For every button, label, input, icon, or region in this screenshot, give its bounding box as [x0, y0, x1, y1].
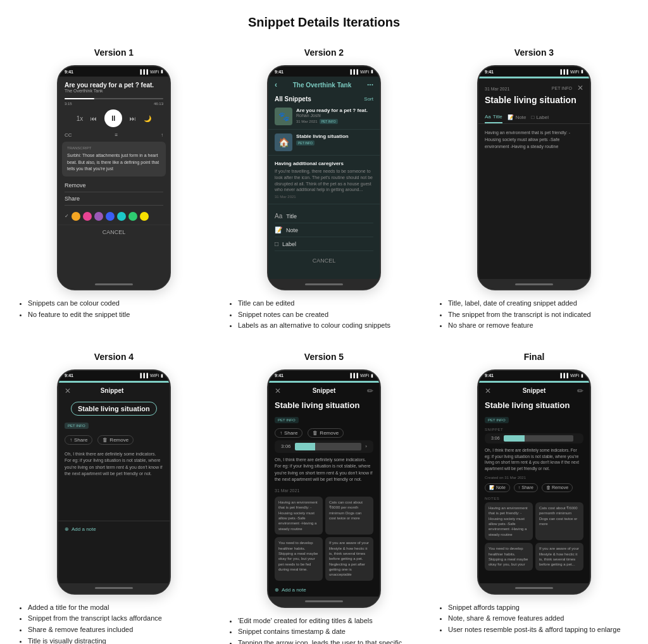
v1-transcript-box: TRANSCRIPT Surbhi: Those attachments jus…: [62, 142, 166, 176]
v2-bullet-3: Labels as an alternative to colour codin…: [238, 320, 420, 331]
v1-color-pink[interactable]: [83, 212, 92, 221]
v3-label-tab-label: Label: [536, 115, 549, 120]
page-title: Snippet Details Iterations: [15, 15, 633, 30]
v5-snippet-title: Stable living situation: [268, 399, 380, 412]
v1-color-orange[interactable]: [72, 212, 80, 221]
v4-header: ✕ Snippet: [58, 383, 170, 399]
v4-add-note-label: Add a note: [72, 526, 96, 532]
version-5-label: Version 5: [304, 352, 344, 362]
v5-audio-waveform: [295, 443, 362, 450]
v3-tab-title[interactable]: Aa Title: [485, 111, 502, 123]
v1-share-item[interactable]: Share: [65, 192, 163, 206]
vf-home-indicator: [478, 583, 590, 593]
v2-sort-button[interactable]: Sort: [364, 96, 373, 102]
v1-remove-item[interactable]: Remove: [65, 179, 163, 192]
v4-add-note-icon: ⊕: [65, 526, 69, 532]
v1-actions: Remove Share: [58, 176, 170, 208]
v5-date: 31 Mar 2021: [268, 487, 380, 494]
v1-moon-icon[interactable]: 🌙: [144, 115, 151, 122]
v5-add-note-button[interactable]: ⊕ Add a note: [268, 583, 380, 597]
v2-long-title: Having additional caregivers: [275, 161, 373, 166]
v3-header: 31 Mar 2021 PET INFO ✕ Stable living sit…: [478, 78, 590, 111]
vf-note-card-2[interactable]: Cats cost about ₹6000 permonth minimum D…: [535, 502, 583, 540]
vf-remove-button[interactable]: 🗑 Remove: [542, 483, 573, 492]
v2-option-note[interactable]: 📝 Note: [275, 223, 373, 237]
v1-color-teal[interactable]: [117, 212, 126, 221]
v1-forward-icon[interactable]: ⏭: [130, 115, 136, 122]
vf-header-title: Snippet: [523, 387, 546, 394]
v1-color-purple[interactable]: [94, 212, 103, 221]
v1-cancel-button[interactable]: CANCEL: [58, 225, 170, 239]
vf-edit-icon[interactable]: ✏: [577, 387, 583, 395]
vf-snippet-title[interactable]: Stable living situation: [478, 399, 590, 412]
v2-long-item[interactable]: Having additional caregivers If you're t…: [268, 156, 380, 204]
v5-note-card-2[interactable]: Cats can cost about ₹6000 per month mini…: [325, 497, 373, 535]
v2-more-icon[interactable]: ···: [367, 80, 373, 89]
v2-screen: ‹ The Overthink Tank ··· All Snippets So…: [268, 77, 380, 279]
v5-remove-button[interactable]: 🗑 Remove: [308, 428, 344, 438]
v5-note-card-3[interactable]: You need to develop healthier habits. Sk…: [275, 537, 323, 581]
v5-note-card-1[interactable]: Having an environment that is pet friend…: [275, 497, 323, 535]
vf-remove-icon: 🗑: [546, 485, 551, 490]
v5-bullets: 'Edit mode' created for editing titles &…: [225, 616, 423, 644]
v1-podcast-title: Are you ready for a pet ? feat.: [65, 82, 163, 89]
v2-snippet-item-2[interactable]: 🏠 Stable living situation PET INFO: [268, 130, 380, 156]
v3-title-icon: Aa: [485, 114, 491, 120]
v3-home-bar: [515, 283, 553, 285]
v2-nav: ‹ The Overthink Tank ···: [268, 77, 380, 93]
v1-queue-icon[interactable]: ≡: [115, 132, 118, 138]
v1-color-green[interactable]: [128, 212, 137, 221]
vf-transcript-text[interactable]: Oh, I think there are definitely some in…: [478, 445, 590, 474]
v1-share-icon[interactable]: ↑: [161, 132, 163, 138]
v3-snippet-title: Stable living situation: [485, 95, 583, 105]
v1-speed-icon[interactable]: 1x: [77, 115, 84, 122]
vf-audio-row[interactable]: 3:06: [485, 433, 583, 443]
v5-signal-icon: ▐▐▐: [349, 373, 358, 378]
version-4-phone: 9:41 ▐▐▐ WiFi ▮ ✕ Snippet Stable living …: [57, 369, 171, 595]
v4-share-button[interactable]: ↑ Share: [65, 435, 92, 445]
v5-header-title: Snippet: [313, 387, 336, 394]
v5-share-button[interactable]: ↑ Share: [275, 428, 302, 438]
v2-option-title[interactable]: Aa Title: [275, 209, 373, 223]
v5-edit-icon[interactable]: ✏: [367, 387, 373, 395]
v2-options: Aa Title 📝 Note □ Label: [268, 204, 380, 254]
version-final-block: Final 9:41 ▐▐▐ WiFi ▮ ✕ Snippet ✏ Stable…: [435, 352, 633, 644]
v1-caption-icon[interactable]: CC: [65, 132, 72, 138]
v2-label-label: Label: [282, 241, 296, 247]
v3-tab-label[interactable]: □ Label: [532, 111, 549, 123]
v5-audio-arrow[interactable]: ›: [365, 443, 367, 449]
v3-bullets: Title, label, date of creating snippet a…: [435, 298, 633, 331]
v4-remove-button[interactable]: 🗑 Remove: [97, 435, 134, 445]
v3-close-icon[interactable]: ✕: [577, 84, 583, 92]
v3-bullet-2: The snippet from the transcript is not i…: [448, 309, 630, 321]
v3-tab-note[interactable]: 📝 Note: [508, 111, 526, 123]
v5-close-icon[interactable]: ✕: [275, 387, 281, 395]
v1-back-icon[interactable]: ⏮: [90, 115, 97, 122]
v1-color-yellow[interactable]: [140, 212, 149, 221]
vf-note-card-1[interactable]: Having an environment that is pet friend…: [485, 502, 533, 540]
v5-audio-row[interactable]: 3:06 ›: [275, 440, 373, 453]
vf-share-button[interactable]: ↑ Share: [514, 483, 538, 492]
vf-notes-label: NOTES: [478, 495, 590, 501]
v2-cancel-button[interactable]: CANCEL: [268, 254, 380, 268]
v1-status-icons: ▐▐▐ WiFi ▮: [139, 69, 163, 74]
v2-title-label: Title: [286, 213, 297, 220]
v5-note-card-4[interactable]: If you are aware of your lifestyle & how…: [325, 537, 373, 581]
v4-snippet-title: Stable living situation: [71, 402, 157, 416]
v2-back-icon[interactable]: ‹: [275, 80, 277, 89]
v4-add-note-button[interactable]: ⊕ Add a note: [58, 521, 170, 537]
vf-note-card-4[interactable]: If you are aware of your lifestyle & how…: [535, 543, 583, 571]
version-2-label: Version 2: [304, 47, 344, 58]
v2-snippet-info-1: Are you ready for a pet ? feat. Rohan Jo…: [296, 108, 373, 125]
v1-bullet-1: Snippets can be colour coded: [28, 298, 210, 309]
vf-note-card-3[interactable]: You need to develop healthier habits. Sk…: [485, 543, 533, 571]
v1-color-blue[interactable]: [106, 212, 115, 221]
v2-option-label[interactable]: □ Label: [275, 237, 373, 251]
v1-color-picker[interactable]: ✓: [58, 208, 170, 225]
vf-note-icon: 📝: [489, 485, 495, 490]
v1-pause-button[interactable]: ⏸: [104, 109, 122, 127]
v2-snippet-item-1[interactable]: 🐾 Are you ready for a pet ? feat. Rohan …: [268, 104, 380, 130]
vf-close-icon[interactable]: ✕: [485, 387, 491, 395]
vf-note-button[interactable]: 📝 Note: [485, 483, 510, 492]
v4-close-icon[interactable]: ✕: [65, 387, 71, 395]
